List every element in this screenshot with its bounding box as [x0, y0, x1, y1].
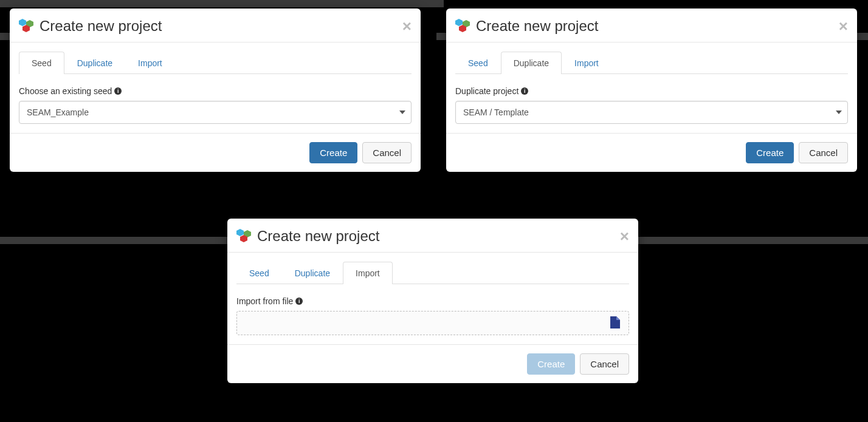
duplicate-label-text: Duplicate project [455, 86, 518, 96]
modal-title: Create new project [19, 18, 402, 35]
tab-duplicate[interactable]: Duplicate [282, 262, 343, 284]
create-button[interactable]: Create [309, 142, 357, 163]
tab-bar: Seed Duplicate Import [19, 52, 412, 74]
info-icon[interactable]: i [114, 87, 122, 95]
close-icon[interactable]: × [839, 18, 848, 34]
modal-title: Create new project [455, 18, 839, 35]
duplicate-field-label: Duplicate project i [455, 86, 848, 96]
app-logo-icon [19, 19, 35, 33]
svg-marker-3 [455, 19, 463, 26]
info-icon[interactable]: i [295, 298, 303, 305]
cancel-button[interactable]: Cancel [362, 142, 412, 163]
seed-label-text: Choose an existing seed [19, 86, 112, 96]
cancel-button[interactable]: Cancel [580, 353, 629, 375]
tab-seed[interactable]: Seed [455, 52, 501, 74]
tab-seed[interactable]: Seed [236, 262, 282, 284]
tab-import[interactable]: Import [343, 262, 393, 284]
tab-duplicate[interactable]: Duplicate [501, 52, 562, 74]
svg-marker-6 [236, 229, 244, 236]
tab-bar: Seed Duplicate Import [236, 262, 629, 284]
create-button[interactable]: Create [746, 142, 794, 163]
close-icon[interactable]: × [620, 228, 629, 244]
file-icon [610, 316, 620, 330]
info-icon[interactable]: i [521, 87, 528, 95]
create-button: Create [527, 353, 575, 375]
import-label-text: Import from file [236, 296, 293, 306]
cancel-button[interactable]: Cancel [799, 142, 848, 163]
tab-import[interactable]: Import [125, 52, 175, 74]
tab-duplicate[interactable]: Duplicate [64, 52, 125, 74]
tab-seed[interactable]: Seed [19, 52, 64, 74]
modal-title-text: Create new project [476, 18, 598, 35]
app-logo-icon [236, 229, 252, 243]
app-logo-icon [455, 19, 471, 33]
close-icon[interactable]: × [402, 18, 412, 34]
seed-field-label: Choose an existing seed i [19, 86, 412, 96]
import-field-label: Import from file i [236, 296, 629, 306]
modal-title: Create new project [236, 228, 620, 245]
seed-select[interactable]: SEAM_Example [19, 101, 412, 124]
modal-title-text: Create new project [40, 18, 162, 35]
modal-title-text: Create new project [257, 228, 379, 245]
duplicate-select[interactable]: SEAM / Template [455, 101, 848, 124]
tab-bar: Seed Duplicate Import [455, 52, 848, 74]
svg-marker-0 [19, 19, 26, 26]
tab-import[interactable]: Import [562, 52, 611, 74]
import-dropzone[interactable] [236, 311, 629, 335]
